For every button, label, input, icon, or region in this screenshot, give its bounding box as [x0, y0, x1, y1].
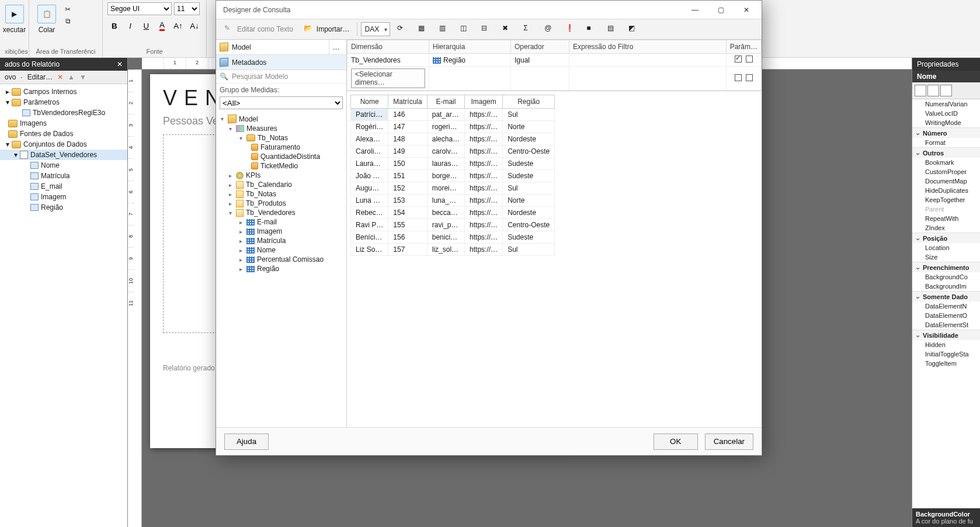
- grid-icon: ▦: [418, 24, 429, 34]
- minimize-button[interactable]: —: [682, 1, 708, 19]
- sigma-icon: Σ: [523, 24, 534, 34]
- param-checkbox-2[interactable]: [746, 56, 753, 58]
- dialog-title: Designer de Consulta: [223, 6, 290, 14]
- delete-button[interactable]: ✖: [499, 22, 516, 37]
- query-icon: ◩: [628, 24, 639, 34]
- design-mode-button[interactable]: ▤: [604, 22, 621, 37]
- cube-icon: [220, 42, 228, 51]
- folder-open-icon: 📂: [304, 24, 314, 34]
- maximize-button[interactable]: ▢: [708, 1, 734, 19]
- refresh-icon: ⟳: [397, 24, 408, 34]
- import-button[interactable]: 📂 Importar…: [300, 22, 353, 37]
- stop-icon: ■: [586, 24, 597, 34]
- refresh-button[interactable]: ⟳: [394, 22, 411, 37]
- param-icon: @: [544, 24, 555, 34]
- params-button[interactable]: @: [541, 22, 558, 37]
- table-icon: ▥: [439, 24, 450, 34]
- query-mode-button[interactable]: ◩: [625, 22, 642, 37]
- hierarchy-icon: [433, 57, 441, 58]
- edit-as-text-button[interactable]: ✎ Editar como Texto: [221, 22, 297, 37]
- alert-button[interactable]: ❗: [562, 22, 579, 37]
- close-button[interactable]: ✕: [734, 1, 759, 19]
- query-designer-dialog: Designer de Consulta — ▢ ✕ ✎ Editar como…: [216, 0, 762, 58]
- window-icon: ◫: [460, 24, 471, 34]
- delete-icon: ✖: [502, 24, 513, 34]
- calc-button[interactable]: Σ: [520, 22, 537, 37]
- design-icon: ▤: [607, 24, 618, 34]
- model-ellipsis-button[interactable]: …: [329, 40, 343, 55]
- metadata-pane: Model … Metadados 🔍 Pesquisar Modelo Gru…: [216, 40, 347, 58]
- model-label: Model: [232, 43, 325, 51]
- language-select[interactable]: DAX: [361, 22, 391, 36]
- metadata-icon: [220, 57, 228, 58]
- pencil-icon: ✎: [224, 24, 235, 34]
- tb-btn-4[interactable]: ◫: [457, 22, 474, 37]
- filter-icon: ⊟: [481, 24, 492, 34]
- dialog-toolbar: ✎ Editar como Texto 📂 Importar… DAX ⟳ ▦ …: [216, 19, 762, 40]
- tb-btn-3[interactable]: ▥: [436, 22, 453, 37]
- param-checkbox[interactable]: [735, 56, 742, 58]
- filter-grid[interactable]: Dimensão Hierarquia Operador Expressão d…: [347, 40, 762, 58]
- filter-row[interactable]: Tb_Vendedores Região Igual: [347, 54, 762, 58]
- toggle-empty-button[interactable]: ⊟: [478, 22, 495, 37]
- tb-btn-2[interactable]: ▦: [415, 22, 432, 37]
- stop-button[interactable]: ■: [583, 22, 600, 37]
- exclaim-icon: ❗: [565, 24, 576, 34]
